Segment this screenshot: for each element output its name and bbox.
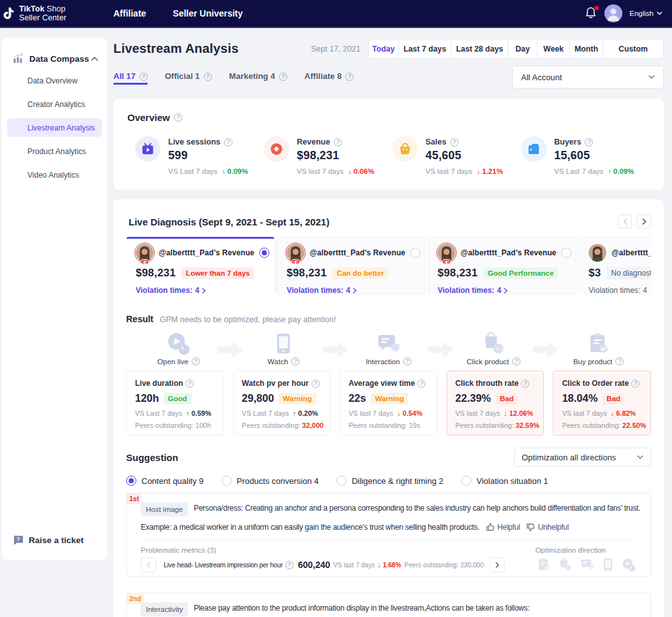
metric-card-average-view-time: Average view time 22sWarning VS last 7 d… bbox=[340, 371, 438, 436]
thumbs-up-icon bbox=[486, 523, 495, 532]
diagnosis-radio[interactable] bbox=[259, 248, 269, 258]
help-icon[interactable] bbox=[403, 357, 411, 365]
violation-link[interactable]: Violation times:4 bbox=[136, 286, 265, 294]
host-avatar bbox=[589, 244, 606, 262]
help-icon[interactable] bbox=[224, 138, 232, 146]
user-avatar[interactable] bbox=[604, 4, 622, 22]
metric-card-live-duration: Live duration 120hGood VS Last 7 days↑0.… bbox=[126, 371, 224, 436]
diagnosis-radio[interactable] bbox=[561, 248, 571, 258]
range-custom-button[interactable]: Custom bbox=[603, 39, 664, 59]
filter-products-conversion[interactable]: Products conversion 4 bbox=[222, 476, 319, 486]
conversion-funnel: Open live Watch bbox=[126, 332, 651, 368]
vs-comparison: VS last 7 days↓6.82% bbox=[562, 409, 642, 417]
diagnosis-card-header: @albertttt_Pad’s Revenue bbox=[287, 244, 416, 262]
trend-up: ↑0.09% bbox=[222, 167, 248, 175]
overview-metric-buyers: Buyers 15,605 VS Last 7 days↑0.09% bbox=[521, 136, 650, 175]
funnel-arrow-icon bbox=[322, 341, 349, 358]
next-page-button[interactable] bbox=[637, 215, 651, 229]
thumbs-down-icon bbox=[526, 523, 535, 532]
prev-page-button[interactable] bbox=[618, 215, 632, 229]
chevron-down-icon bbox=[648, 75, 655, 79]
metric-label: Watch pv per hour bbox=[242, 379, 322, 388]
unhelpful-button[interactable]: Unhelpful bbox=[526, 521, 568, 533]
tab-affiliate[interactable]: Affiliate 8 bbox=[304, 71, 354, 84]
violation-link[interactable]: Violation times:4 bbox=[287, 286, 416, 294]
notifications-bell-icon[interactable] bbox=[585, 6, 597, 20]
metric-value: $98,231 bbox=[297, 149, 375, 162]
filter-content-quality[interactable]: Content quality 9 bbox=[126, 476, 204, 486]
helpful-button[interactable]: Helpful bbox=[486, 521, 520, 533]
diagnosis-card-4[interactable]: @albertttt_Pad’s Revenue $3 No diagnosti… bbox=[579, 237, 651, 294]
help-icon[interactable] bbox=[139, 73, 148, 81]
sidebar-item-data-overview[interactable]: Data Overview bbox=[7, 71, 102, 90]
range-month-button[interactable]: Month bbox=[570, 39, 603, 59]
sidebar-item-product-analytics[interactable]: Product Analytics bbox=[7, 142, 102, 160]
notification-dot bbox=[594, 6, 599, 10]
help-icon[interactable] bbox=[192, 357, 200, 365]
nav-item-seller-university[interactable]: Seller University bbox=[173, 8, 243, 18]
range-last28-button[interactable]: Last 28 days bbox=[452, 39, 508, 59]
metric-label: Live duration bbox=[135, 379, 215, 388]
result-row: Result GPM needs to be optimized, please… bbox=[126, 314, 651, 324]
status-badge: Bad bbox=[496, 393, 518, 404]
metric-next-button[interactable] bbox=[490, 557, 505, 572]
help-icon[interactable] bbox=[291, 357, 299, 365]
diagnosis-card-2[interactable]: @albertttt_Pad’s Revenue $98,231 Can do … bbox=[277, 237, 425, 294]
sidebar-item-creator-analytics[interactable]: Creator Analytics bbox=[7, 95, 102, 113]
metric-prev-button[interactable] bbox=[141, 557, 156, 572]
help-icon[interactable] bbox=[334, 138, 342, 146]
sidebar-item-livestream-analysis[interactable]: Livestream Analysis bbox=[7, 118, 102, 137]
example-line: Example: a medical worker in a uniform c… bbox=[141, 521, 636, 533]
help-icon[interactable] bbox=[204, 73, 212, 81]
host-avatar bbox=[136, 244, 154, 262]
help-icon[interactable] bbox=[512, 357, 520, 365]
raise-ticket-button[interactable]: ? Raise a ticket bbox=[13, 535, 83, 546]
range-day-button[interactable]: Day bbox=[508, 39, 538, 59]
help-icon[interactable] bbox=[345, 73, 354, 81]
metric-label: Live sessions bbox=[168, 136, 248, 146]
tab-marketing[interactable]: Marketing 4 bbox=[229, 71, 287, 84]
tab-official[interactable]: Official 1 bbox=[165, 71, 212, 84]
vs-comparison: VS last 7 days↓0.54% bbox=[348, 409, 429, 417]
peers-outstanding: Peers outstanding: 230,000 bbox=[404, 562, 484, 569]
range-today-button[interactable]: Today bbox=[368, 39, 399, 59]
help-icon[interactable] bbox=[417, 379, 425, 388]
help-icon[interactable] bbox=[185, 379, 194, 388]
help-icon[interactable] bbox=[631, 379, 640, 388]
revenue-row: $98,231 Can do better bbox=[287, 267, 416, 280]
data-compass-icon bbox=[13, 53, 24, 64]
diagnosis-card-3[interactable]: @albertttt_Pad’s Revenue $98,231 Good Pe… bbox=[428, 237, 576, 294]
help-icon[interactable] bbox=[279, 73, 287, 81]
filter-diligence-timing[interactable]: Diligence & right timing 2 bbox=[336, 476, 443, 486]
brand[interactable]: TikTok Shop Seller Center bbox=[0, 4, 113, 23]
help-icon[interactable] bbox=[521, 379, 529, 388]
filter-violation-situation[interactable]: Violation situation 1 bbox=[461, 476, 548, 486]
metric-value: 599 bbox=[168, 149, 248, 162]
sidebar-group-data-compass[interactable]: Data Compass bbox=[2, 38, 107, 64]
help-icon[interactable] bbox=[174, 113, 182, 122]
diagnosis-card-1[interactable]: @albertttt_Pad’s Revenue $98,231 Lower t… bbox=[126, 237, 275, 294]
topnav: Affiliate Seller University bbox=[113, 8, 243, 18]
tab-all[interactable]: All 17 bbox=[113, 71, 148, 84]
account-select[interactable]: All Account bbox=[512, 66, 664, 89]
sidebar-item-video-analytics[interactable]: Video Analytics bbox=[7, 166, 102, 184]
suggestion-card-2: 2nd Interactivity Please pay attention t… bbox=[126, 593, 651, 617]
suggestion-text: Persona/dress: Creating an anchor and a … bbox=[194, 502, 640, 514]
diagnosis-radio[interactable] bbox=[410, 248, 420, 258]
help-icon[interactable] bbox=[615, 357, 624, 365]
help-icon[interactable] bbox=[285, 561, 294, 569]
live-stats-badge bbox=[140, 259, 149, 264]
help-icon[interactable] bbox=[585, 138, 593, 146]
help-icon[interactable] bbox=[450, 138, 459, 146]
language-selector[interactable]: English bbox=[629, 10, 662, 17]
metric-label: Average view time bbox=[348, 379, 429, 388]
help-icon[interactable] bbox=[311, 379, 320, 388]
metric-value: 22.39% bbox=[455, 392, 491, 404]
diagnosis-header: Live Diagnosis (Sept 9, 2021 - Sept 15, … bbox=[129, 215, 651, 229]
nav-item-affiliate[interactable]: Affiliate bbox=[113, 8, 146, 18]
optimization-select[interactable]: Optimization all directions bbox=[514, 448, 651, 467]
trend-delta: ↓6.82% bbox=[611, 409, 636, 417]
range-last7-button[interactable]: Last 7 days bbox=[399, 39, 452, 59]
range-week-button[interactable]: Week bbox=[538, 39, 570, 59]
violation-link[interactable]: Violation times:4 bbox=[438, 286, 567, 294]
